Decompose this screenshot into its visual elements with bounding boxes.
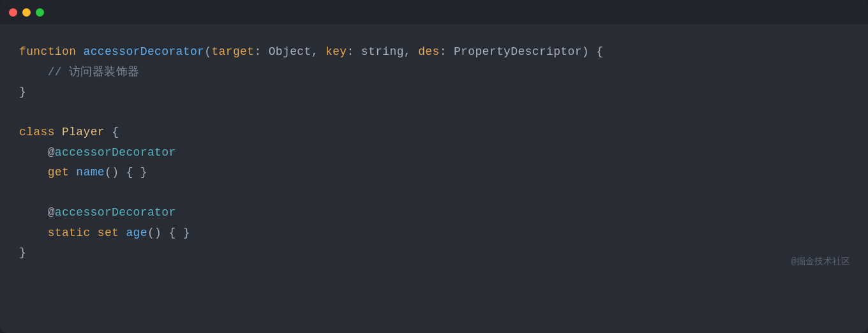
titlebar xyxy=(0,0,868,24)
minimize-button[interactable] xyxy=(22,8,31,17)
close-button[interactable] xyxy=(9,8,17,17)
code-line-7: get name() { } xyxy=(19,163,849,183)
code-line-5: class Player { xyxy=(19,122,849,143)
code-line-2: // 访问器装饰器 xyxy=(19,63,849,83)
code-editor: function accessorDecorator(target: Objec… xyxy=(0,24,868,281)
code-line-11: } xyxy=(19,243,849,263)
window: function accessorDecorator(target: Objec… xyxy=(0,0,868,333)
maximize-button[interactable] xyxy=(36,8,44,17)
code-line-9: @accessorDecorator xyxy=(19,203,849,223)
code-line-8 xyxy=(19,183,849,204)
watermark: @掘金技术社区 xyxy=(791,254,850,270)
code-line-4 xyxy=(19,103,849,123)
code-line-3: } xyxy=(19,82,849,103)
code-line-1: function accessorDecorator(target: Objec… xyxy=(19,42,849,63)
code-line-10: static set age() { } xyxy=(19,223,849,244)
code-line-6: @accessorDecorator xyxy=(19,143,849,163)
